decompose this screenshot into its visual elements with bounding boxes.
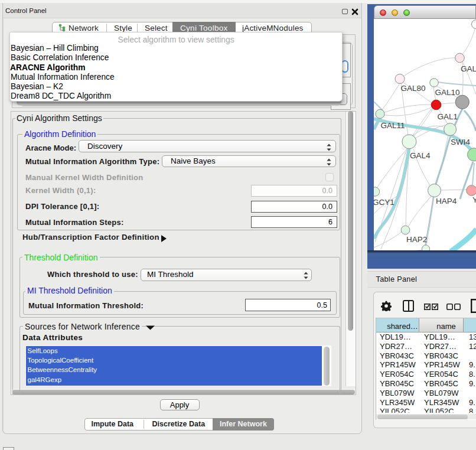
svg-text:HAP4: HAP4 xyxy=(436,197,457,206)
svg-text:GAL10: GAL10 xyxy=(435,88,460,97)
svg-text:GCY1: GCY1 xyxy=(374,198,395,207)
svg-text:SWI4: SWI4 xyxy=(451,138,470,146)
svg-text:GAL4: GAL4 xyxy=(410,151,431,160)
svg-text:GAL11: GAL11 xyxy=(381,121,405,130)
svg-text:HAP2: HAP2 xyxy=(406,235,427,244)
svg-text:GAL1: GAL1 xyxy=(438,112,458,121)
svg-text:GAL80: GAL80 xyxy=(401,84,426,93)
svg-text:Y: Y xyxy=(472,195,476,204)
svg-text:GAL: GAL xyxy=(461,64,476,73)
